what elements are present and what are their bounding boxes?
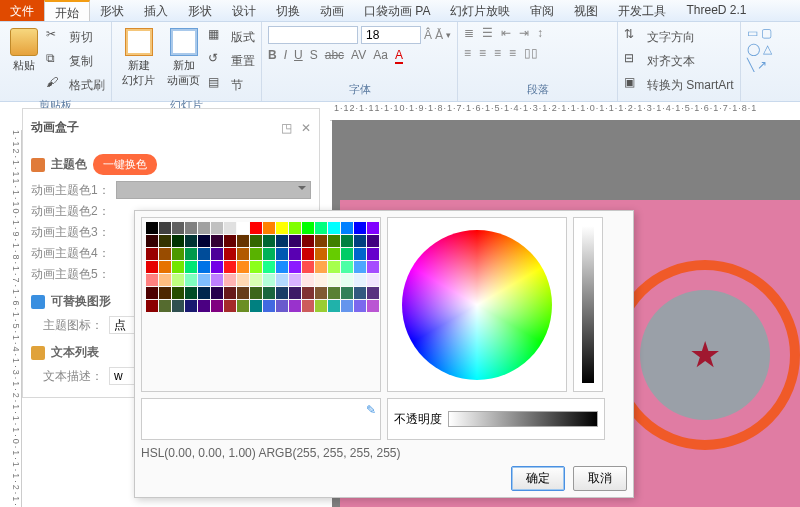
tab-threed[interactable]: ThreeD 2.1: [676, 0, 756, 21]
palette-swatch[interactable]: [315, 287, 327, 299]
case-button[interactable]: Aa: [373, 48, 388, 64]
palette-swatch[interactable]: [237, 222, 249, 234]
palette-swatch[interactable]: [354, 300, 366, 312]
shape-rect-icon[interactable]: ▭ ▢: [747, 26, 772, 40]
palette-swatch[interactable]: [341, 222, 353, 234]
palette-swatch[interactable]: [146, 261, 158, 273]
palette-swatch[interactable]: [276, 248, 288, 260]
palette-swatch[interactable]: [211, 235, 223, 247]
palette-swatch[interactable]: [367, 261, 379, 273]
tab-transition[interactable]: 切换: [266, 0, 310, 21]
palette-swatch[interactable]: [289, 274, 301, 286]
palette-swatch[interactable]: [185, 235, 197, 247]
palette-swatch[interactable]: [341, 248, 353, 260]
palette-swatch[interactable]: [302, 287, 314, 299]
star-shape[interactable]: ★: [640, 290, 770, 420]
palette-swatch[interactable]: [315, 222, 327, 234]
palette-swatch[interactable]: [315, 235, 327, 247]
spacing-button[interactable]: AV: [351, 48, 366, 64]
palette-swatch[interactable]: [367, 235, 379, 247]
palette-swatch[interactable]: [250, 235, 262, 247]
palette-swatch[interactable]: [263, 300, 275, 312]
palette-swatch[interactable]: [367, 287, 379, 299]
shape-oval-icon[interactable]: ◯ △: [747, 42, 772, 56]
palette-swatch[interactable]: [367, 248, 379, 260]
tab-design[interactable]: 设计: [222, 0, 266, 21]
palette-swatch[interactable]: [237, 300, 249, 312]
justify-icon[interactable]: ≡: [509, 46, 516, 60]
tab-slideshow[interactable]: 幻灯片放映: [440, 0, 520, 21]
palette-swatch[interactable]: [224, 287, 236, 299]
tab-shape1[interactable]: 形状: [90, 0, 134, 21]
palette-swatch[interactable]: [263, 235, 275, 247]
palette-swatch[interactable]: [263, 274, 275, 286]
palette-swatch[interactable]: [367, 300, 379, 312]
palette-swatch[interactable]: [263, 287, 275, 299]
popout-icon[interactable]: ◳: [281, 121, 292, 135]
palette-swatch[interactable]: [289, 287, 301, 299]
palette-swatch[interactable]: [172, 300, 184, 312]
numbering-icon[interactable]: ☰: [482, 26, 493, 40]
palette-swatch[interactable]: [211, 261, 223, 273]
font-color-button[interactable]: A: [395, 48, 403, 64]
font-size-select[interactable]: 18: [361, 26, 421, 44]
brightness-slider[interactable]: [573, 217, 603, 392]
palette-swatch[interactable]: [211, 287, 223, 299]
palette-swatch[interactable]: [172, 287, 184, 299]
palette-swatch[interactable]: [328, 300, 340, 312]
palette-swatch[interactable]: [341, 235, 353, 247]
palette-swatch[interactable]: [146, 222, 158, 234]
palette-swatch[interactable]: [159, 274, 171, 286]
close-icon[interactable]: ✕: [301, 121, 311, 135]
align-left-icon[interactable]: ≡: [464, 46, 471, 60]
tab-dev[interactable]: 开发工具: [608, 0, 676, 21]
theme-color1-select[interactable]: [116, 181, 311, 199]
tab-view[interactable]: 视图: [564, 0, 608, 21]
palette-swatch[interactable]: [185, 261, 197, 273]
palette-swatch[interactable]: [198, 248, 210, 260]
align-text-button[interactable]: ⊟对齐文本: [624, 51, 734, 71]
section-button[interactable]: ▤节: [208, 75, 255, 95]
palette-swatch[interactable]: [172, 235, 184, 247]
smartart-button[interactable]: ▣转换为 SmartArt: [624, 75, 734, 95]
palette-swatch[interactable]: [211, 274, 223, 286]
text-direction-button[interactable]: ⇅文字方向: [624, 27, 734, 47]
palette-swatch[interactable]: [237, 235, 249, 247]
palette-swatch[interactable]: [224, 274, 236, 286]
shadow-button[interactable]: S: [310, 48, 318, 64]
palette-swatch[interactable]: [354, 287, 366, 299]
palette-swatch[interactable]: [328, 261, 340, 273]
palette-swatch[interactable]: [354, 235, 366, 247]
palette-swatch[interactable]: [198, 274, 210, 286]
palette-swatch[interactable]: [159, 222, 171, 234]
tab-review[interactable]: 审阅: [520, 0, 564, 21]
increase-font-icon[interactable]: Â: [424, 28, 432, 42]
palette-swatch[interactable]: [341, 261, 353, 273]
palette-swatch[interactable]: [289, 261, 301, 273]
palette-swatch[interactable]: [302, 274, 314, 286]
columns-icon[interactable]: ▯▯: [524, 46, 538, 60]
palette-swatch[interactable]: [250, 274, 262, 286]
align-center-icon[interactable]: ≡: [479, 46, 486, 60]
layout-button[interactable]: ▦版式: [208, 27, 255, 47]
palette-swatch[interactable]: [328, 287, 340, 299]
palette-swatch[interactable]: [328, 222, 340, 234]
palette-swatch[interactable]: [224, 235, 236, 247]
file-tab[interactable]: 文件: [0, 0, 44, 21]
palette-swatch[interactable]: [250, 248, 262, 260]
cancel-button[interactable]: 取消: [573, 466, 627, 491]
font-family-select[interactable]: [268, 26, 358, 44]
palette-swatch[interactable]: [237, 274, 249, 286]
palette-swatch[interactable]: [354, 261, 366, 273]
ok-button[interactable]: 确定: [511, 466, 565, 491]
palette-swatch[interactable]: [263, 248, 275, 260]
palette-swatch[interactable]: [224, 300, 236, 312]
palette-swatch[interactable]: [198, 287, 210, 299]
one-click-badge[interactable]: 一键换色: [93, 154, 157, 175]
palette-swatch[interactable]: [250, 222, 262, 234]
cut-button[interactable]: ✂剪切: [46, 27, 105, 47]
palette-swatch[interactable]: [237, 261, 249, 273]
tab-pa[interactable]: 口袋动画 PA: [354, 0, 440, 21]
palette-swatch[interactable]: [289, 248, 301, 260]
palette-swatch[interactable]: [146, 300, 158, 312]
